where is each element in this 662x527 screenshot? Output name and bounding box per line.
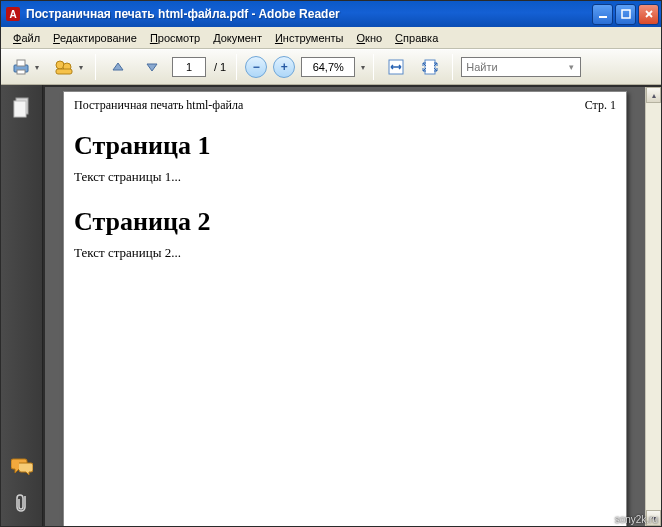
page-header: Постраничная печать html-файла Стр. 1 bbox=[74, 98, 616, 113]
menu-tools[interactable]: Инструменты bbox=[269, 30, 350, 46]
svg-rect-3 bbox=[622, 10, 630, 18]
find-input[interactable] bbox=[461, 57, 581, 77]
minimize-button[interactable] bbox=[592, 4, 613, 25]
print-button[interactable]: ▾ bbox=[7, 54, 43, 80]
comments-panel-button[interactable] bbox=[8, 452, 36, 480]
svg-rect-2 bbox=[599, 16, 607, 18]
menu-window[interactable]: Окно bbox=[351, 30, 389, 46]
doc-header-right: Стр. 1 bbox=[585, 98, 616, 113]
close-button[interactable] bbox=[638, 4, 659, 25]
window-controls bbox=[592, 4, 659, 25]
section-heading: Страница 1 bbox=[74, 131, 616, 161]
toolbar-separator bbox=[373, 54, 374, 80]
menu-edit[interactable]: Редактирование bbox=[47, 30, 143, 46]
thumbnails-panel-button[interactable] bbox=[8, 93, 36, 121]
zoom-value-input[interactable] bbox=[301, 57, 355, 77]
menu-file[interactable]: Файл bbox=[7, 30, 46, 46]
window-title: Постраничная печать html-файла.pdf - Ado… bbox=[26, 7, 592, 21]
attachments-panel-button[interactable] bbox=[8, 490, 36, 518]
app-icon: A bbox=[5, 6, 21, 22]
pdf-page: Постраничная печать html-файла Стр. 1 Ст… bbox=[63, 91, 627, 526]
fit-width-button[interactable] bbox=[382, 54, 410, 80]
svg-rect-7 bbox=[17, 60, 25, 66]
watermark: sony2k.ru bbox=[615, 514, 658, 525]
page-number-input[interactable] bbox=[172, 57, 206, 77]
document-area[interactable]: Постраничная печать html-файла Стр. 1 Ст… bbox=[43, 85, 661, 526]
section-heading: Страница 2 bbox=[74, 207, 616, 237]
toolbar-separator bbox=[95, 54, 96, 80]
menu-help[interactable]: Справка bbox=[389, 30, 444, 46]
svg-rect-15 bbox=[14, 101, 26, 117]
chevron-down-icon[interactable]: ▾ bbox=[361, 63, 365, 72]
scroll-track[interactable] bbox=[646, 103, 661, 510]
scroll-up-button[interactable]: ▴ bbox=[646, 87, 661, 103]
svg-rect-8 bbox=[17, 70, 25, 74]
window: A Постраничная печать html-файла.pdf - A… bbox=[0, 0, 662, 527]
page-total-label: / 1 bbox=[212, 61, 228, 73]
fit-page-button[interactable] bbox=[416, 54, 444, 80]
toolbar: ▾ ▾ / 1 − + ▾ ▾ bbox=[1, 49, 661, 85]
section-body: Текст страницы 2... bbox=[74, 245, 616, 261]
vertical-scrollbar[interactable]: ▴ ▾ bbox=[645, 87, 661, 526]
svg-rect-11 bbox=[56, 69, 72, 74]
doc-header-left: Постраничная печать html-файла bbox=[74, 98, 243, 113]
toolbar-separator bbox=[452, 54, 453, 80]
toolbar-separator bbox=[236, 54, 237, 80]
zoom-out-button[interactable]: − bbox=[245, 56, 267, 78]
section-body: Текст страницы 1... bbox=[74, 169, 616, 185]
chevron-down-icon: ▾ bbox=[35, 63, 39, 72]
menubar: Файл Редактирование Просмотр Документ Ин… bbox=[1, 27, 661, 49]
zoom-in-button[interactable]: + bbox=[273, 56, 295, 78]
collaborate-button[interactable]: ▾ bbox=[49, 54, 87, 80]
svg-rect-13 bbox=[425, 60, 435, 74]
menu-document[interactable]: Документ bbox=[207, 30, 268, 46]
page-down-button[interactable] bbox=[138, 54, 166, 80]
page-up-button[interactable] bbox=[104, 54, 132, 80]
chevron-down-icon: ▾ bbox=[79, 63, 83, 72]
chevron-down-icon[interactable]: ▾ bbox=[569, 62, 574, 72]
titlebar: A Постраничная печать html-файла.pdf - A… bbox=[1, 1, 661, 27]
menu-view[interactable]: Просмотр bbox=[144, 30, 206, 46]
workspace: Постраничная печать html-файла Стр. 1 Ст… bbox=[1, 85, 661, 526]
side-rail bbox=[1, 85, 43, 526]
svg-text:A: A bbox=[9, 9, 16, 20]
maximize-button[interactable] bbox=[615, 4, 636, 25]
